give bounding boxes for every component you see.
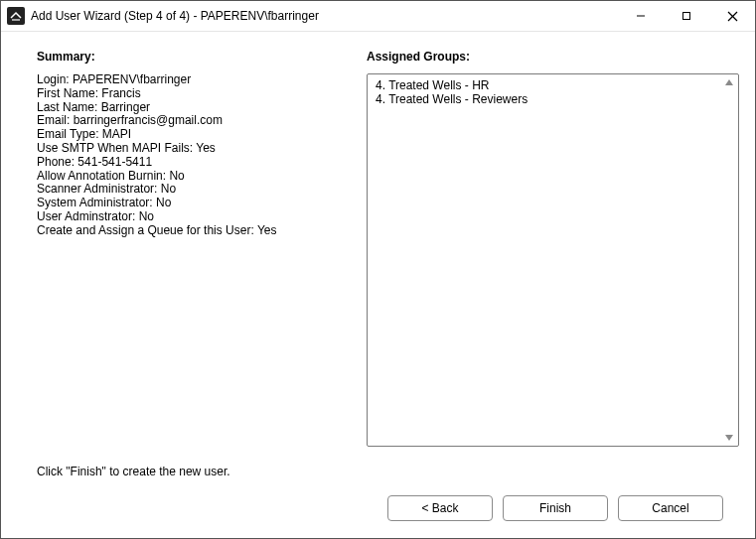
finish-button[interactable]: Finish — [503, 495, 608, 521]
titlebar: Add User Wizard (Step 4 of 4) - PAPERENV… — [1, 1, 755, 32]
groups-header: Assigned Groups: — [367, 50, 739, 64]
summary-line: Last Name: Barringer — [37, 101, 337, 115]
body-area: Summary: Login: PAPERENV\fbarringer Firs… — [1, 32, 755, 538]
wizard-window: Add User Wizard (Step 4 of 4) - PAPERENV… — [0, 0, 756, 539]
assigned-groups-list[interactable]: 4. Treated Wells - HR 4. Treated Wells -… — [367, 73, 739, 447]
summary-line: Scanner Administrator: No — [37, 183, 337, 197]
minimize-button[interactable] — [618, 1, 664, 31]
groups-column: Assigned Groups: 4. Treated Wells - HR 4… — [367, 50, 739, 447]
summary-column: Summary: Login: PAPERENV\fbarringer Firs… — [19, 50, 337, 447]
summary-lines: Login: PAPERENV\fbarringer First Name: F… — [37, 73, 337, 238]
summary-line: Email: barringerfrancis@gmail.com — [37, 114, 337, 128]
left-stripe — [1, 32, 9, 538]
list-item[interactable]: 4. Treated Wells - HR — [376, 78, 720, 92]
hint-text: Click "Finish" to create the new user. — [37, 465, 739, 478]
summary-line: User Adminstrator: No — [37, 210, 337, 224]
maximize-button[interactable] — [664, 1, 709, 31]
scroll-up-icon[interactable] — [723, 76, 735, 88]
summary-line: Phone: 541-541-5411 — [37, 156, 337, 170]
app-icon — [7, 7, 25, 25]
close-button[interactable] — [709, 1, 755, 31]
columns: Summary: Login: PAPERENV\fbarringer Firs… — [19, 50, 739, 447]
back-button[interactable]: < Back — [387, 495, 493, 521]
summary-line: Use SMTP When MAPI Fails: Yes — [37, 142, 337, 156]
list-item[interactable]: 4. Treated Wells - Reviewers — [376, 92, 720, 106]
content: Summary: Login: PAPERENV\fbarringer Firs… — [9, 32, 755, 538]
summary-line: Create and Assign a Queue for this User:… — [37, 224, 337, 238]
scroll-down-icon[interactable] — [723, 432, 735, 444]
summary-line: First Name: Francis — [37, 87, 337, 101]
summary-line: Allow Annotation Burnin: No — [37, 170, 337, 184]
window-controls — [618, 1, 755, 31]
summary-line: Login: PAPERENV\fbarringer — [37, 73, 337, 87]
svg-rect-2 — [683, 13, 690, 20]
summary-line: Email Type: MAPI — [37, 128, 337, 142]
footer-buttons: < Back Finish Cancel — [19, 478, 739, 538]
window-title: Add User Wizard (Step 4 of 4) - PAPERENV… — [31, 9, 319, 23]
summary-line: System Administrator: No — [37, 197, 337, 210]
cancel-button[interactable]: Cancel — [618, 495, 723, 521]
summary-header: Summary: — [37, 50, 337, 64]
